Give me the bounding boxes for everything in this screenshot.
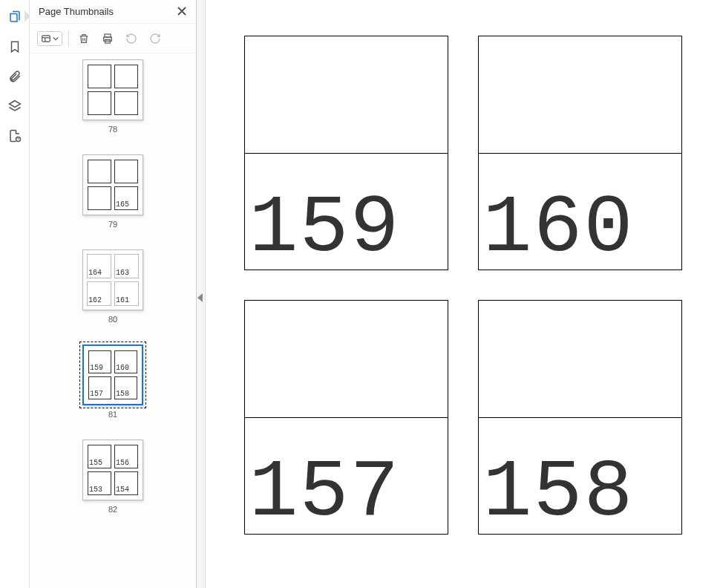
card-top [479,36,681,154]
card-top [245,36,448,154]
thumbnail-page: 159160157158 [82,344,143,405]
panel-header: Page Thumbnails [30,0,196,24]
page-card: 157 [244,300,448,535]
main-viewport[interactable]: 159 160 157 158 [206,0,720,588]
close-icon[interactable] [175,5,189,19]
rotate-ccw-icon[interactable] [122,30,140,48]
thumbnail-cell [88,160,111,183]
page-grid: 159 160 157 158 [244,36,682,535]
thumbnail-cell: 157 [88,376,111,399]
thumbnail-page-label: 82 [108,505,117,514]
page-card: 160 [478,36,682,270]
thumbnail-cell [88,65,111,88]
layers-icon[interactable] [7,98,23,114]
delete-icon[interactable] [75,30,93,48]
thumbnail-cell [114,91,138,115]
thumbnail-cell: 160 [114,350,137,373]
thumbnail-cell [88,186,111,210]
thumbnail-page: 165 [82,154,143,215]
thumbnail-cell: 158 [114,376,137,399]
thumbnail-item[interactable]: 15916015715881 [30,344,196,419]
panel-toolbar [30,24,196,53]
thumbnail-cell [114,160,138,183]
thumbnail-cell [114,65,138,88]
toolbar-separator [68,31,69,46]
thumbnail-item[interactable]: 16416316216180 [30,249,196,324]
card-top [245,301,448,418]
rotate-cw-icon[interactable] [146,30,164,48]
card-top [479,301,681,418]
card-number: 157 [245,418,448,535]
page-card: 159 [244,36,448,270]
panel-title: Page Thumbnails [39,6,114,17]
nav-rail [0,0,30,588]
page-card: 158 [478,300,682,535]
thumbnail-item[interactable]: 78 [30,59,196,134]
thumbnail-page-label: 80 [108,315,117,324]
print-icon[interactable] [99,30,117,48]
thumbnail-cell [88,91,111,115]
attachment-icon[interactable] [7,68,23,85]
thumbnail-page: 155156153154 [82,440,143,500]
card-number: 160 [479,154,681,270]
thumbnail-cell: 161 [114,281,139,306]
thumbnail-page-label: 79 [108,220,117,229]
bookmark-icon[interactable] [7,39,23,55]
thumbnail-page-label: 78 [108,125,117,134]
thumbnail-cell: 159 [88,350,111,373]
file-info-icon[interactable] [7,128,23,144]
panel-resize-handle[interactable] [197,0,206,588]
thumbnail-cell: 153 [88,471,111,495]
thumbnails-panel: Page Thumbnails 781657916416316216180159… [30,0,197,588]
thumbnail-page [82,59,143,120]
thumbnail-item[interactable]: 16579 [30,154,196,229]
thumbnail-cell: 163 [114,254,139,278]
card-number: 159 [245,154,448,270]
card-number: 158 [479,418,681,535]
thumbnail-page-label: 81 [108,410,117,419]
collapse-caret-icon[interactable] [197,293,203,302]
thumbnail-item[interactable]: 15515615315482 [30,440,196,514]
thumbnail-cell: 162 [87,281,111,306]
thumbnail-list[interactable]: 7816579164163162161801591601571588115515… [30,53,196,588]
options-button[interactable] [37,31,62,46]
svg-rect-2 [42,35,50,41]
thumbnail-cell: 164 [87,254,111,278]
thumbnail-cell: 156 [114,445,138,468]
page-thumbnails-icon[interactable] [7,9,23,25]
thumbnail-cell: 155 [88,445,111,468]
thumbnail-cell: 154 [114,471,138,495]
thumbnail-page: 164163162161 [82,249,143,310]
svg-marker-0 [9,101,20,108]
thumbnail-cell: 165 [114,186,138,210]
